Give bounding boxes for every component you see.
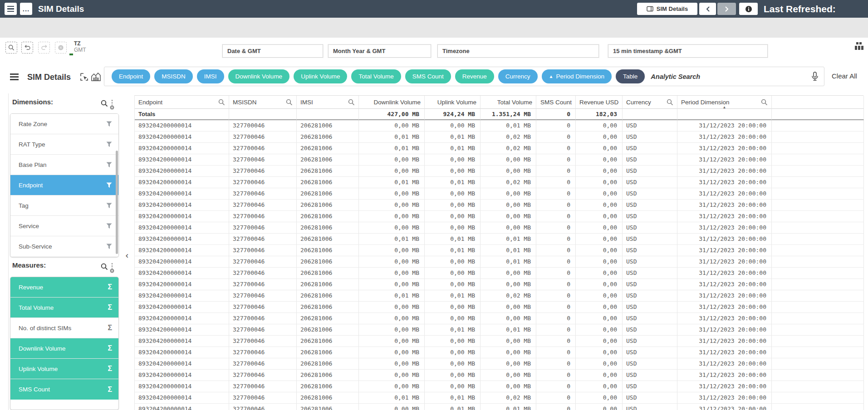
cell-sms[interactable]: 0 [536,392,576,404]
clear-all-button[interactable]: Clear All [832,72,857,80]
cell-imsi[interactable]: 206281006 [297,324,359,336]
cell-msisdn[interactable]: 327700046 [229,404,297,410]
selections-tool-icon[interactable] [80,73,88,81]
cell-uplink[interactable]: 0,01 MB [425,245,481,256]
cell-imsi[interactable]: 206281006 [297,177,359,188]
cell-msisdn[interactable]: 327700046 [229,120,297,132]
cell-currency[interactable]: USD [623,392,677,404]
cell-revenue[interactable]: 0,00 [576,358,623,370]
cell-revenue[interactable]: 0,00 [576,404,623,410]
cell-downlink[interactable]: 0,01 MB [359,392,425,404]
cell-currency[interactable]: USD [623,268,677,279]
cell-period[interactable]: 31/12/2023 20:00:00 [677,313,772,324]
cell-downlink[interactable]: 0,00 MB [359,324,425,336]
cell-msisdn[interactable]: 327700046 [229,166,297,177]
cell-uplink[interactable]: 0,00 MB [425,347,481,358]
cell-endpoint[interactable]: 893204200000014 [135,222,229,234]
cell-endpoint[interactable]: 893204200000014 [135,177,229,188]
cell-revenue[interactable]: 0,00 [576,302,623,313]
cell-period[interactable]: 31/12/2023 20:00:00 [677,279,772,290]
cell-currency[interactable]: USD [623,154,677,166]
cell-endpoint[interactable]: 893204200000014 [135,336,229,347]
cell-uplink[interactable]: 0,00 MB [425,336,481,347]
cell-imsi[interactable]: 206281006 [297,336,359,347]
cell-uplink[interactable]: 0,00 MB [425,188,481,200]
cell-currency[interactable]: USD [623,222,677,234]
cell-endpoint[interactable]: 893204200000014 [135,188,229,200]
search-chip-downlink-volume[interactable]: Downlink Volume [228,69,290,83]
cell-imsi[interactable]: 206281006 [297,211,359,222]
cell-imsi[interactable]: 206281006 [297,132,359,143]
column-header-sms[interactable]: SMS Count [536,96,576,109]
cell-msisdn[interactable]: 327700046 [229,132,297,143]
cell-period[interactable]: 31/12/2023 20:00:00 [677,222,772,234]
cell-sms[interactable]: 0 [536,302,576,313]
search-chip-total-volume[interactable]: Total Volume [351,69,401,83]
cell-revenue[interactable]: 0,00 [576,211,623,222]
cell-msisdn[interactable]: 327700046 [229,268,297,279]
cell-endpoint[interactable]: 893204200000014 [135,370,229,381]
cell-currency[interactable]: USD [623,279,677,290]
cell-sms[interactable]: 0 [536,256,576,268]
cell-imsi[interactable]: 206281006 [297,234,359,245]
cell-total[interactable]: 0,00 MB [481,347,536,358]
cell-uplink[interactable]: 0,00 MB [425,256,481,268]
column-header-downlink[interactable]: Downlink Volume [359,96,425,109]
column-header-imsi[interactable]: IMSI [297,96,359,109]
cell-period[interactable]: 31/12/2023 20:00:00 [677,154,772,166]
cell-currency[interactable]: USD [623,302,677,313]
column-header-total[interactable]: Total Volume [481,96,536,109]
cell-period[interactable]: 31/12/2023 20:00:00 [677,336,772,347]
cell-sms[interactable]: 0 [536,358,576,370]
cell-msisdn[interactable]: 327700046 [229,313,297,324]
cell-imsi[interactable]: 206281006 [297,222,359,234]
cell-currency[interactable]: USD [623,256,677,268]
cell-imsi[interactable]: 206281006 [297,392,359,404]
cell-revenue[interactable]: 0,00 [576,143,623,154]
dimension-item-rat-type[interactable]: RAT Type [10,134,118,155]
global-menu-button[interactable] [5,3,17,15]
previous-sheet-button[interactable] [699,3,716,15]
measures-search-icon[interactable] [101,263,108,270]
cell-revenue[interactable]: 0,00 [576,188,623,200]
cell-msisdn[interactable]: 327700046 [229,211,297,222]
cell-downlink[interactable]: 0,00 MB [359,188,425,200]
cell-revenue[interactable]: 0,00 [576,120,623,132]
cell-total[interactable]: 0,01 MB [481,234,536,245]
cell-msisdn[interactable]: 327700046 [229,143,297,154]
cell-downlink[interactable]: 0,01 MB [359,132,425,143]
cell-downlink[interactable]: 0,01 MB [359,290,425,302]
grid-view-icon[interactable] [855,42,864,50]
cell-currency[interactable]: USD [623,313,677,324]
redo-selection-button[interactable] [38,42,50,54]
cell-endpoint[interactable]: 893204200000014 [135,324,229,336]
cell-currency[interactable]: USD [623,245,677,256]
cell-msisdn[interactable]: 327700046 [229,222,297,234]
cell-currency[interactable]: USD [623,211,677,222]
cell-msisdn[interactable]: 327700046 [229,256,297,268]
cell-msisdn[interactable]: 327700046 [229,392,297,404]
cell-period[interactable]: 31/12/2023 20:00:00 [677,324,772,336]
measure-item-downlink-volume[interactable]: Downlink VolumeΣ [10,338,118,359]
cell-revenue[interactable]: 0,00 [576,268,623,279]
cell-endpoint[interactable]: 893204200000014 [135,392,229,404]
assets-panel-toggle[interactable] [10,73,19,80]
cell-uplink[interactable]: 0,01 MB [425,404,481,410]
cell-period[interactable]: 31/12/2023 20:00:00 [677,143,772,154]
cell-period[interactable]: 31/12/2023 20:00:00 [677,120,772,132]
cell-downlink[interactable]: 0,00 MB [359,268,425,279]
cell-revenue[interactable]: 0,00 [576,381,623,392]
cell-period[interactable]: 31/12/2023 20:00:00 [677,234,772,245]
cell-endpoint[interactable]: 893204200000014 [135,132,229,143]
cell-endpoint[interactable]: 893204200000014 [135,302,229,313]
next-sheet-button[interactable] [717,3,736,15]
cell-msisdn[interactable]: 327700046 [229,188,297,200]
cell-endpoint[interactable]: 893204200000014 [135,347,229,358]
cell-sms[interactable]: 0 [536,177,576,188]
cell-endpoint[interactable]: 893204200000014 [135,154,229,166]
cell-uplink[interactable]: 0,01 MB [425,290,481,302]
cell-downlink[interactable]: 0,00 MB [359,200,425,211]
cell-period[interactable]: 31/12/2023 20:00:00 [677,188,772,200]
cell-currency[interactable]: USD [623,188,677,200]
cell-uplink[interactable]: 0,00 MB [425,313,481,324]
